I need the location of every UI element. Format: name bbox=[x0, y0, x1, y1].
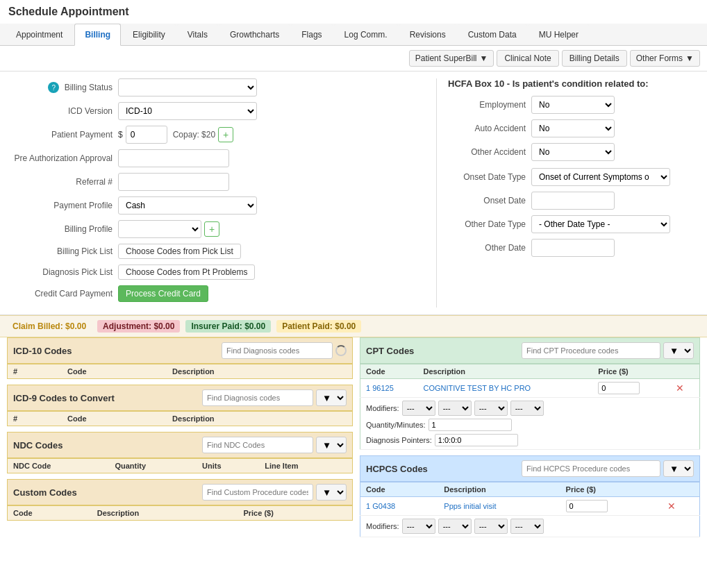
icd-version-row: ICD Version ICD-10 bbox=[7, 102, 422, 120]
payment-profile-select[interactable]: Cash bbox=[118, 196, 257, 215]
hcpcs-description-link[interactable]: Ppps initial visit bbox=[444, 502, 496, 510]
hcpcs-search-input[interactable] bbox=[522, 460, 660, 477]
hcfa-other-accident-select[interactable]: No Yes bbox=[531, 143, 615, 161]
codes-right-column: CPT Codes ▼ Code Description Price ($) bbox=[360, 337, 700, 543]
billing-status-help-icon[interactable]: ? bbox=[48, 82, 59, 93]
summary-bar: Claim Billed: $0.00 Adjustment: $0.00 In… bbox=[0, 315, 707, 337]
insurer-paid-value: $0.00 bbox=[244, 321, 265, 331]
hcfa-other-date-input[interactable] bbox=[531, 239, 615, 257]
custom-codes-table: Code Description Price ($) bbox=[7, 505, 353, 521]
hcfa-onset-date-type-label: Onset Date Type bbox=[448, 172, 531, 182]
ndc-col-quantity: Quantity bbox=[109, 459, 197, 473]
cpt-search-input[interactable] bbox=[522, 342, 660, 359]
hcfa-other-date-row: Other Date bbox=[448, 239, 700, 257]
clinical-note-button[interactable]: Clinical Note bbox=[497, 50, 558, 67]
icd9-section: ICD-9 Codes to Convert ▼ # Code Descript… bbox=[7, 385, 353, 426]
diagnosis-pick-button[interactable]: Choose Codes from Pt Problems bbox=[118, 264, 255, 280]
other-forms-label: Other Forms bbox=[636, 53, 683, 63]
hcfa-other-date-label: Other Date bbox=[448, 243, 531, 253]
icd10-search-input[interactable] bbox=[222, 342, 333, 359]
icd9-search-input[interactable] bbox=[202, 389, 313, 406]
add-billing-profile-button[interactable]: + bbox=[204, 221, 219, 237]
icd10-col-description: Description bbox=[167, 364, 352, 379]
hcpcs-modifier-1[interactable]: --- bbox=[402, 519, 435, 534]
hcpcs-modifier-2[interactable]: --- bbox=[438, 519, 472, 534]
tab-growthcharts[interactable]: Growthcharts bbox=[219, 24, 290, 45]
claim-billed-value: $0.00 bbox=[65, 321, 86, 331]
billing-pick-row: Billing Pick List Choose Codes from Pick… bbox=[7, 244, 422, 259]
cpt-row-delete: ✕ bbox=[670, 379, 699, 398]
billing-form-panel: ? Billing Status ICD Version ICD-10 Pati… bbox=[7, 78, 436, 308]
credit-card-label: Credit Card Payment bbox=[7, 289, 118, 299]
tab-vitals[interactable]: Vitals bbox=[177, 24, 218, 45]
billing-details-button[interactable]: Billing Details bbox=[562, 50, 627, 67]
cpt-code-link[interactable]: 1 96125 bbox=[366, 384, 394, 392]
hcfa-employment-label: Employment bbox=[448, 100, 531, 110]
billing-status-select[interactable] bbox=[118, 78, 257, 96]
patient-payment-label: Patient Payment bbox=[7, 130, 118, 140]
cpt-search-dropdown[interactable]: ▼ bbox=[663, 342, 694, 359]
billing-profile-select[interactable] bbox=[118, 220, 201, 238]
hcfa-panel: HCFA Box 10 - Is patient's condition rel… bbox=[436, 78, 700, 308]
other-forms-button[interactable]: Other Forms ▼ bbox=[630, 50, 700, 67]
cpt-quantity-input[interactable] bbox=[429, 419, 512, 431]
billing-pick-button[interactable]: Choose Codes from Pick List bbox=[118, 244, 241, 259]
cpt-modifier-1[interactable]: --- bbox=[402, 401, 435, 416]
referral-input[interactable] bbox=[118, 173, 229, 191]
hcfa-other-date-type-select[interactable]: - Other Date Type - bbox=[531, 215, 670, 233]
ndc-search-input[interactable] bbox=[202, 437, 313, 453]
cpt-modifier-4[interactable]: --- bbox=[510, 401, 544, 416]
cpt-modifier-3[interactable]: --- bbox=[474, 401, 508, 416]
tab-eligibility[interactable]: Eligibility bbox=[122, 24, 176, 45]
patient-payment-input[interactable] bbox=[126, 126, 167, 144]
hcpcs-modifiers-label: Modifiers: bbox=[366, 522, 399, 530]
add-payment-button[interactable]: + bbox=[218, 127, 233, 142]
tab-flags[interactable]: Flags bbox=[291, 24, 332, 45]
custom-codes-section: Custom Codes ▼ Code Description Price ($… bbox=[7, 479, 353, 521]
cpt-modifier-2[interactable]: --- bbox=[438, 401, 472, 416]
hcpcs-col-code: Code bbox=[360, 482, 439, 497]
ndc-col-units: Units bbox=[197, 459, 259, 473]
icd9-col-num: # bbox=[8, 412, 63, 426]
payment-profile-row: Payment Profile Cash bbox=[7, 196, 422, 215]
hcfa-employment-select[interactable]: No Yes bbox=[531, 96, 615, 114]
tab-billing[interactable]: Billing bbox=[74, 24, 121, 46]
icd10-table: # Code Description bbox=[7, 364, 353, 379]
custom-codes-header-row: Code Description Price ($) bbox=[8, 506, 353, 521]
hcfa-onset-date-type-select[interactable]: Onset of Current Symptoms o bbox=[531, 168, 670, 186]
tab-muhelper[interactable]: MU Helper bbox=[529, 24, 589, 45]
hcpcs-modifier-4[interactable]: --- bbox=[510, 519, 544, 534]
hcpcs-code-link[interactable]: 1 G0438 bbox=[366, 502, 395, 510]
tab-appointment[interactable]: Appointment bbox=[6, 24, 73, 45]
cpt-delete-icon[interactable]: ✕ bbox=[676, 383, 684, 394]
icd-version-label: ICD Version bbox=[7, 106, 118, 116]
hcpcs-header-row: Code Description Price ($) bbox=[360, 482, 700, 497]
hcfa-onset-date-input[interactable] bbox=[531, 192, 615, 210]
hcpcs-delete-icon[interactable]: ✕ bbox=[667, 501, 676, 512]
page-container: Schedule Appointment Appointment Billing… bbox=[0, 0, 707, 588]
pre-auth-input[interactable] bbox=[118, 149, 229, 167]
custom-codes-search-group: ▼ bbox=[202, 484, 347, 501]
hcfa-auto-accident-select[interactable]: No Yes bbox=[531, 119, 615, 137]
cpt-price-input[interactable] bbox=[598, 382, 640, 394]
hcpcs-price-input[interactable] bbox=[566, 500, 608, 512]
tab-revisions[interactable]: Revisions bbox=[399, 24, 456, 45]
custom-codes-search-input[interactable] bbox=[202, 484, 313, 501]
tab-customdata[interactable]: Custom Data bbox=[458, 24, 527, 45]
cpt-description-link[interactable]: COGNITIVE TEST BY HC PRO bbox=[424, 384, 531, 392]
superbill-button[interactable]: Patient SuperBill ▼ bbox=[409, 50, 494, 67]
custom-codes-search-dropdown[interactable]: ▼ bbox=[316, 484, 347, 501]
ndc-section: NDC Codes ▼ NDC Code Quantity Units bbox=[7, 432, 353, 473]
hcpcs-title: HCPCS Codes bbox=[366, 464, 428, 474]
tab-logcomm[interactable]: Log Comm. bbox=[334, 24, 398, 45]
hcpcs-search-dropdown[interactable]: ▼ bbox=[663, 460, 694, 477]
hcfa-other-date-type-row: Other Date Type - Other Date Type - bbox=[448, 215, 700, 233]
icd-version-select[interactable]: ICD-10 bbox=[118, 102, 257, 120]
claim-billed-label: Claim Billed: bbox=[13, 321, 63, 331]
process-credit-card-button[interactable]: Process Credit Card bbox=[118, 285, 208, 302]
hcpcs-modifier-3[interactable]: --- bbox=[474, 519, 508, 534]
icd9-search-dropdown[interactable]: ▼ bbox=[316, 389, 347, 406]
cpt-diagnosis-pointers-input[interactable] bbox=[435, 434, 518, 446]
hcfa-employment-row: Employment No Yes bbox=[448, 96, 700, 114]
ndc-search-dropdown[interactable]: ▼ bbox=[316, 437, 347, 453]
